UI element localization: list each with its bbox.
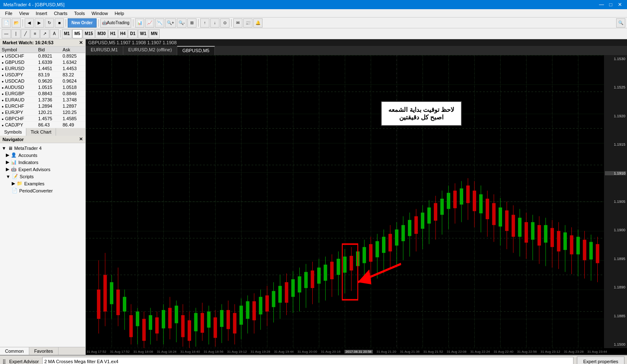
market-watch-close[interactable]: ✕ [79, 40, 83, 46]
mw-ask: 1.3748 [61, 97, 85, 103]
svg-rect-73 [233, 313, 236, 334]
menu-item-charts[interactable]: Charts [51, 10, 71, 17]
maximize-button[interactable]: □ [607, 1, 614, 8]
menu-item-view[interactable]: View [16, 10, 33, 17]
tool2[interactable]: ↓ [210, 18, 219, 28]
tree-indicators[interactable]: ▶ 📊 Indicators [0, 159, 85, 166]
sep3 [98, 19, 99, 27]
new-file-button[interactable]: 📄 [2, 18, 11, 28]
market-watch-row[interactable]: ● AUDUSD 1.0515 1.0518 [0, 84, 85, 91]
svg-rect-177 [570, 235, 573, 255]
tester-header: ⣿ Expert Advisor 2 MA Crosses Mega filte… [0, 356, 627, 364]
menu-item-tools[interactable]: Tools [71, 10, 88, 17]
period-m15[interactable]: M15 [83, 29, 95, 38]
autotrading-button[interactable]: 🤖 AutoTrading [100, 18, 131, 28]
menu-item-help[interactable]: Help [111, 10, 127, 17]
period-w1[interactable]: W1 [138, 29, 148, 38]
mw-bid: 1.4451 [36, 66, 61, 72]
hline-tool[interactable]: ≡ [31, 29, 40, 38]
minimize-button[interactable]: — [598, 1, 605, 8]
tree-examples[interactable]: ▶ 📁 Examples [0, 180, 85, 187]
market-watch-row[interactable]: ● EURAUD 1.3736 1.3748 [0, 97, 85, 103]
chart-tab-eurusd-m2[interactable]: EURUSD,M2 (offline) [123, 46, 177, 55]
tree-metatrader4[interactable]: ▼ 🖥 MetaTrader 4 [0, 145, 85, 152]
period-mn[interactable]: MN [149, 29, 160, 38]
market-watch-row[interactable]: ● EURGBP 0.8843 0.8846 [0, 91, 85, 97]
chart-type1[interactable]: 📊 [135, 18, 144, 28]
period-m5[interactable]: M5 [72, 29, 82, 38]
market-watch-row[interactable]: ● GBPCHF 1.4575 1.4585 [0, 116, 85, 122]
chart-type3[interactable]: 📉 [155, 18, 164, 28]
chart-canvas[interactable]: لاحظ توقيت بداية الشمعه اصبح كل دقيقتين [86, 55, 604, 348]
scripts-label: Scripts [20, 174, 34, 179]
price-1885: 1.1885 [605, 314, 626, 318]
tab-symbols[interactable]: Symbols [0, 128, 26, 136]
line-tool[interactable]: — [2, 29, 11, 38]
arrow-tool[interactable]: ↗ [40, 29, 49, 38]
chart-tabs: EURUSD,M1 EURUSD,M2 (offline) GBPUSD,M5 [86, 46, 627, 55]
chart-tab-eurusd-m1[interactable]: EURUSD,M1 [86, 46, 123, 55]
text-tool[interactable]: A [50, 29, 59, 38]
folder-icon: 🖥 [8, 146, 13, 151]
menubar: FileViewInsertChartsToolsWindowHelp [0, 9, 627, 18]
period-h4[interactable]: H4 [118, 29, 128, 38]
mail-button[interactable]: ✉ [233, 18, 242, 28]
svg-rect-93 [298, 276, 301, 293]
tree-scripts[interactable]: ▼ 📝 Scripts [0, 173, 85, 180]
forward-button[interactable]: ▶ [35, 18, 44, 28]
svg-rect-65 [207, 311, 210, 328]
menu-item-file[interactable]: File [2, 10, 16, 17]
line-tool3[interactable]: ╱ [21, 29, 30, 38]
market-watch-row[interactable]: ● USDJPY 83.19 83.22 [0, 72, 85, 78]
menu-item-insert[interactable]: Insert [32, 10, 51, 17]
tree-period-converter[interactable]: 📄 PeriodConverter [0, 187, 85, 194]
reload-button[interactable]: ↻ [45, 18, 54, 28]
tree-expert-advisors[interactable]: ▶ 🤖 Expert Advisors [0, 166, 85, 173]
tree-accounts[interactable]: ▶ 👤 Accounts [0, 152, 85, 159]
tool3[interactable]: ⊙ [220, 18, 229, 28]
expert-properties-button[interactable]: Expert properties [577, 356, 624, 364]
tool1[interactable]: ↑ [200, 18, 209, 28]
price-axis: 1.1530 1.1525 1.1920 1.1915 1.1910 1.190… [604, 55, 627, 348]
period-m30[interactable]: M30 [95, 29, 107, 38]
sep4 [133, 19, 133, 27]
market-watch-scroll[interactable]: Symbol Bid Ask ● USDCHF 0.8921 0.8925 ● … [0, 47, 85, 128]
svg-rect-75 [240, 306, 243, 325]
news-button[interactable]: 📰 [243, 18, 252, 28]
search-button[interactable]: 🔍 [616, 18, 625, 28]
menu-item-window[interactable]: Window [88, 10, 111, 17]
zoom-out[interactable]: 🔍- [177, 18, 186, 28]
market-watch-row[interactable]: ● USDCAD 0.9620 0.9624 [0, 78, 85, 84]
svg-rect-145 [466, 185, 469, 203]
period-m1[interactable]: M1 [62, 29, 72, 38]
chart-type2[interactable]: 📈 [145, 18, 154, 28]
open-button[interactable]: 📂 [12, 18, 21, 28]
market-watch-row[interactable]: ● EURJPY 120.21 120.25 [0, 109, 85, 116]
stop-button[interactable]: ■ [55, 18, 64, 28]
alerts-button[interactable]: 🔔 [253, 18, 263, 28]
navigator-close[interactable]: ✕ [79, 136, 83, 142]
tab-favorites[interactable]: Favorites [29, 347, 59, 355]
market-watch-row[interactable]: ● EURUSD 1.4451 1.4453 [0, 66, 85, 72]
tab-common[interactable]: Common [0, 347, 29, 355]
chart-timeline: 31 Aug 17:52 31 Aug 17:52 31 Aug 18:08 3… [86, 348, 627, 355]
tab-tick-chart[interactable]: Tick Chart [26, 128, 56, 136]
back-button[interactable]: ◀ [25, 18, 34, 28]
grid-button[interactable]: ⊞ [187, 18, 196, 28]
svg-rect-87 [278, 286, 282, 303]
market-watch-row[interactable]: ● EURCHF 1.2894 1.2897 [0, 103, 85, 109]
market-watch-row[interactable]: ● GBPUSD 1.6339 1.6342 [0, 59, 85, 66]
chart-tab-gbpusd-m5[interactable]: GBPUSD,M5 [177, 46, 215, 55]
mw-symbol: ● EURJPY [0, 109, 36, 116]
close-button[interactable]: ✕ [616, 1, 624, 8]
period-h1[interactable]: H1 [108, 29, 118, 38]
new-order-button[interactable]: New Order [68, 18, 97, 28]
period-d1[interactable]: D1 [128, 29, 138, 38]
mw-bid: 1.4575 [36, 116, 61, 122]
mw-ask: 1.6342 [61, 59, 85, 66]
zoom-in[interactable]: 🔍+ [165, 18, 176, 28]
market-watch-row[interactable]: ● USDCHF 0.8921 0.8925 [0, 53, 85, 59]
market-watch-row[interactable]: ● CADJPY 86.43 86.49 [0, 122, 85, 128]
line-tool2[interactable]: | [11, 29, 20, 38]
price-1910: 1.1910 [605, 171, 626, 175]
